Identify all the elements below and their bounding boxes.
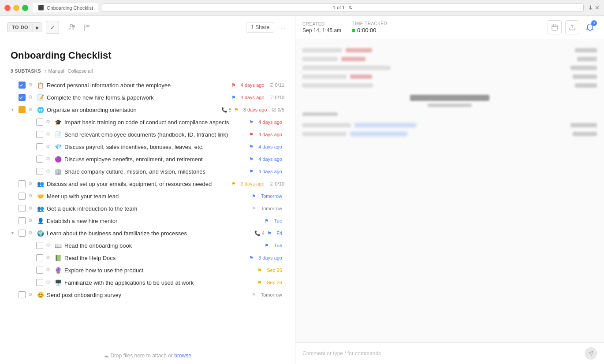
settings-icon[interactable]: ⚙ (28, 292, 34, 298)
task-emoji: 😊 (37, 292, 44, 298)
task-item: ⚙📋Record personal information about the … (11, 79, 284, 91)
reload-icon[interactable]: ↻ (349, 5, 353, 10)
settings-icon[interactable]: ⚙ (28, 181, 34, 187)
task-checkbox[interactable] (19, 217, 26, 224)
settings-icon[interactable]: ⚙ (46, 255, 52, 261)
settings-icon[interactable]: ⚙ (46, 242, 52, 249)
flag-toolbar-icon[interactable] (80, 20, 94, 34)
settings-icon[interactable]: ⚙ (28, 94, 34, 100)
settings-icon[interactable]: ⚙ (28, 193, 34, 199)
comment-input[interactable]: Comment or type / for commands (302, 350, 581, 357)
browse-link[interactable]: browse (174, 353, 191, 359)
task-checkbox[interactable] (19, 180, 26, 187)
task-checkbox[interactable] (19, 291, 26, 298)
collapse-all[interactable]: Collapse all (68, 68, 93, 74)
task-emoji: 🏢 (55, 168, 62, 175)
date-badge: Sep 26 (265, 267, 284, 273)
task-text: Explore how to use the product (64, 267, 255, 274)
task-text: Read the Help Docs (64, 255, 246, 261)
notification-icon[interactable]: 3 (583, 20, 597, 34)
subtasks-count: 9 SUBTASKS (11, 68, 41, 74)
maximize-button[interactable] (22, 5, 28, 11)
flag-icon: ⚑ (249, 255, 254, 261)
task-meta: ⚑Tomorrow (252, 292, 284, 298)
settings-icon[interactable]: ⚙ (46, 144, 52, 150)
settings-icon[interactable]: ⚙ (46, 168, 52, 175)
task-item: ⚙🏢Share company culture, mission, and vi… (11, 165, 284, 178)
close-tab-icon[interactable]: ✕ (595, 4, 600, 11)
sort-manual[interactable]: ↑ Manual (45, 68, 64, 74)
browser-tab[interactable]: ⬛ Onboarding Checklist (33, 3, 98, 12)
date-badge: 4 days ago (256, 119, 284, 125)
task-checkbox[interactable] (36, 267, 43, 274)
settings-icon[interactable]: ⚙ (46, 279, 52, 286)
settings-icon[interactable]: ⚙ (46, 131, 52, 137)
checklist-badge: ☑ 0/11 (269, 82, 284, 88)
task-text: Read the onboarding book (64, 242, 262, 249)
status-button[interactable]: TO DO ▶ (7, 22, 42, 32)
expand-toggle[interactable]: ▼ (11, 231, 16, 235)
flag-icon: ⚑ (231, 82, 236, 88)
calendar-icon[interactable] (548, 20, 562, 34)
right-header: CREATED Sep 14, 1:45 am TIME TRACKED 0:0… (295, 16, 604, 39)
task-list: ⚙📋Record personal information about the … (11, 79, 284, 301)
task-checkbox[interactable] (19, 106, 26, 113)
share-button[interactable]: ⤴ Share (246, 22, 274, 33)
task-emoji: 📖 (55, 242, 62, 249)
drop-label: Drop files here to attach or (110, 353, 174, 359)
task-checkbox[interactable] (19, 94, 26, 101)
time-tracked-field: TIME TRACKED 0:00:00 (352, 21, 387, 33)
task-checkbox[interactable] (36, 279, 43, 286)
task-checkbox[interactable] (19, 82, 26, 89)
task-item: ⚙📝Complete the new hire forms & paperwor… (11, 91, 284, 104)
task-checkbox[interactable] (36, 242, 43, 249)
task-item: ⚙📄Send relevant employee documents (hand… (11, 128, 284, 141)
task-text: Familiarize with the applications to be … (64, 279, 255, 286)
task-checkbox[interactable] (36, 168, 43, 175)
send-button[interactable] (585, 347, 597, 360)
toolbar-icon-group (64, 20, 94, 34)
settings-icon[interactable]: ⚙ (46, 119, 52, 125)
checklist-badge: ☑ 0/10 (269, 181, 284, 187)
settings-icon[interactable]: ⚙ (28, 218, 34, 224)
settings-icon[interactable]: ⚙ (28, 82, 34, 88)
drop-zone: ☁ Drop files here to attach or browse (0, 347, 295, 364)
task-emoji: 📝 (37, 94, 44, 101)
task-checkbox[interactable] (19, 205, 26, 212)
task-checkbox[interactable] (19, 230, 26, 237)
settings-icon[interactable]: ⚙ (28, 107, 34, 113)
task-checkbox[interactable] (36, 131, 43, 138)
expand-toggle[interactable]: ▼ (11, 108, 16, 112)
task-meta: ⚑4 days ago☑ 0/11 (231, 82, 284, 88)
task-checkbox[interactable] (36, 119, 43, 126)
flag-icon: ⚑ (231, 181, 236, 187)
settings-icon[interactable]: ⚙ (46, 267, 52, 273)
date-badge: 4 days ago (239, 94, 267, 100)
date-badge: Tomorrow (259, 193, 284, 199)
task-item: ⚙📖Read the onboarding book⚑Tue (11, 239, 284, 252)
flag-icon: ⚑ (265, 218, 269, 224)
close-button[interactable] (4, 5, 11, 11)
url-bar[interactable]: 1 of 1 ↻ (102, 4, 584, 12)
tab-area: ⬛ Onboarding Checklist 1 of 1 ↻ (33, 3, 584, 12)
task-checkbox[interactable] (36, 254, 43, 261)
assignee-icon[interactable] (64, 20, 78, 34)
download-icon[interactable]: ⬇ (588, 4, 593, 11)
minimize-button[interactable] (13, 5, 19, 11)
task-checkbox[interactable] (36, 156, 43, 163)
status-arrow[interactable]: ▶ (33, 23, 42, 32)
more-button[interactable]: ··· (278, 22, 288, 33)
task-emoji: 👥 (37, 205, 44, 212)
settings-icon[interactable]: ⚙ (28, 230, 34, 236)
attachment-icon[interactable] (565, 20, 579, 34)
settings-icon[interactable]: ⚙ (46, 156, 52, 162)
task-checkbox[interactable] (19, 193, 26, 200)
check-button[interactable]: ✓ (46, 21, 59, 34)
settings-icon[interactable]: ⚙ (28, 205, 34, 212)
date-badge: 3 days ago (241, 107, 269, 113)
task-text: Send relevant employee documents (handbo… (64, 131, 246, 138)
right-panel: CREATED Sep 14, 1:45 am TIME TRACKED 0:0… (295, 16, 604, 364)
task-meta: ⚑4 days ago (249, 131, 284, 137)
task-meta: ⚑Tue (265, 242, 284, 249)
task-checkbox[interactable] (36, 143, 43, 150)
